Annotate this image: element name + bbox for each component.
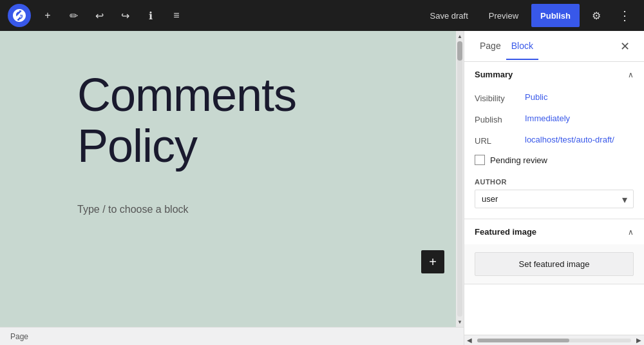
publish-label: Publish: [475, 113, 520, 124]
toolbar-left: + ✏ ↩ ↪ ℹ ≡: [8, 4, 420, 27]
wp-logo: [8, 4, 31, 27]
status-text: Page: [10, 332, 28, 341]
featured-image-title: Featured image: [475, 227, 536, 237]
preview-button[interactable]: Preview: [481, 4, 526, 27]
publish-button[interactable]: Publish: [531, 4, 580, 27]
url-value[interactable]: localhost/test/auto-draft/: [525, 135, 614, 144]
save-draft-button[interactable]: Save draft: [422, 4, 476, 27]
pending-review-row: Pending review: [464, 151, 644, 173]
main-area: Comments Policy Type / to choose a block…: [0, 31, 644, 345]
sidebar-content: Summary ∧ Visibility Public Publish Imme…: [464, 62, 644, 335]
sidebar-header: Page Block ✕: [464, 31, 644, 62]
editor-area: Comments Policy Type / to choose a block…: [0, 31, 464, 345]
url-label: URL: [475, 135, 520, 146]
vertical-scrollbar[interactable]: ▲ ▼: [456, 31, 464, 327]
scroll-track: [457, 41, 462, 317]
visibility-row: Visibility Public: [464, 87, 644, 108]
summary-title: Summary: [475, 70, 513, 79]
h-scrollbar-thumb: [477, 339, 569, 342]
summary-section-header[interactable]: Summary ∧: [464, 62, 644, 87]
page-title[interactable]: Comments Policy: [77, 70, 412, 172]
scroll-thumb: [457, 41, 462, 61]
publish-value[interactable]: Immediately: [525, 113, 570, 123]
scroll-right-arrow[interactable]: ▶: [634, 335, 644, 346]
publish-row: Publish Immediately: [464, 108, 644, 130]
pending-label: Pending review: [490, 155, 547, 165]
tools-button[interactable]: ✏: [62, 4, 85, 27]
toolbar-right: Save draft Preview Publish ⚙ ⋮: [422, 4, 636, 27]
settings-button[interactable]: ⚙: [585, 4, 608, 27]
visibility-label: Visibility: [475, 92, 520, 103]
sidebar-bottom-scrollbar: ◀ ▶: [464, 335, 644, 345]
author-select-wrap: user: [475, 190, 634, 208]
url-row: URL localhost/test/auto-draft/: [464, 130, 644, 151]
visibility-value[interactable]: Public: [525, 92, 547, 102]
featured-image-section: Featured image ∧ Set featured image: [464, 219, 644, 284]
tab-block[interactable]: Block: [506, 33, 538, 60]
info-button[interactable]: ℹ: [139, 4, 162, 27]
block-placeholder[interactable]: Type / to choose a block: [77, 204, 189, 215]
editor-canvas[interactable]: Comments Policy Type / to choose a block…: [0, 31, 464, 327]
set-featured-image-button[interactable]: Set featured image: [475, 252, 634, 276]
author-section: AUTHOR user: [464, 173, 644, 219]
scroll-down-arrow[interactable]: ▼: [456, 318, 464, 326]
scroll-left-arrow[interactable]: ◀: [464, 335, 475, 346]
featured-image-header[interactable]: Featured image ∧: [464, 219, 644, 244]
summary-section: Summary ∧ Visibility Public Publish Imme…: [464, 62, 644, 219]
tab-page[interactable]: Page: [475, 33, 506, 60]
wp-icon: [13, 9, 26, 22]
featured-image-body: Set featured image: [464, 244, 644, 284]
list-view-button[interactable]: ≡: [165, 4, 188, 27]
sidebar: Page Block ✕ Summary ∧ Visibility Public…: [464, 31, 644, 345]
toolbar: + ✏ ↩ ↪ ℹ ≡ Save draft Preview Publish ⚙…: [0, 0, 644, 31]
summary-chevron: ∧: [628, 70, 634, 79]
h-scrollbar-track[interactable]: [477, 339, 631, 342]
redo-button[interactable]: ↪: [113, 4, 137, 27]
undo-button[interactable]: ↩: [88, 4, 111, 27]
sidebar-close-button[interactable]: ✕: [616, 37, 634, 55]
pending-checkbox[interactable]: [475, 155, 485, 165]
add-block-canvas-button[interactable]: +: [421, 250, 444, 273]
scroll-up-arrow[interactable]: ▲: [456, 32, 464, 40]
more-options-button[interactable]: ⋮: [613, 4, 636, 27]
add-block-toolbar-button[interactable]: +: [36, 4, 59, 27]
featured-image-chevron: ∧: [628, 228, 634, 237]
author-select[interactable]: user: [475, 190, 634, 208]
author-label: AUTHOR: [475, 178, 634, 186]
status-bar: Page: [0, 327, 464, 345]
